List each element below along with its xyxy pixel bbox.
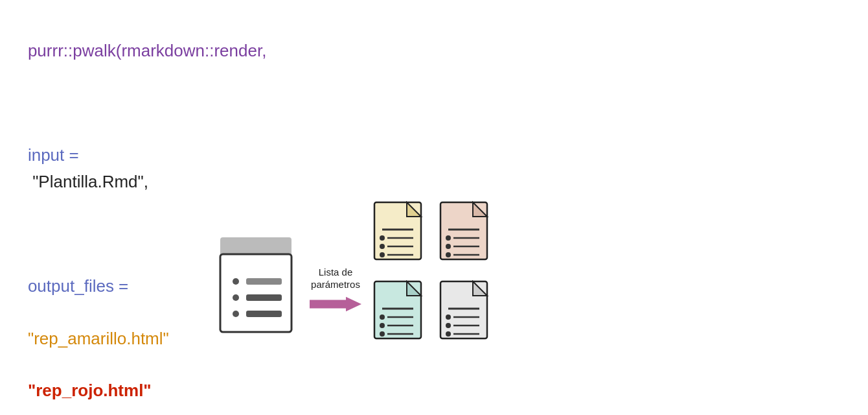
code-block: purrr::pwalk(rmarkdown::render, input = …: [9, 12, 310, 415]
template-file-icon: [214, 231, 298, 335]
doc-amarillo: [373, 201, 431, 272]
svg-rect-1: [220, 254, 291, 332]
svg-point-14: [380, 244, 385, 249]
svg-rect-3: [246, 278, 282, 285]
output-file-1: "rep_amarillo.html": [28, 329, 169, 348]
svg-rect-5: [246, 294, 282, 301]
svg-point-21: [446, 235, 451, 241]
func-name: purrr::pwalk(rmarkdown::render,: [28, 41, 266, 60]
svg-point-43: [446, 331, 451, 337]
arrow-container: Lista de parámetros: [310, 266, 361, 313]
code-line-1: purrr::pwalk(rmarkdown::render,: [9, 12, 310, 90]
svg-point-6: [233, 311, 239, 317]
code-line-2: input = "Plantilla.Rmd",: [9, 90, 310, 220]
svg-point-4: [233, 294, 239, 301]
svg-point-23: [446, 244, 451, 249]
output-files-label: output_files =: [28, 276, 128, 296]
input-value: "Plantilla.Rmd",: [28, 172, 148, 191]
doc-azul: [373, 280, 431, 351]
svg-point-32: [380, 323, 385, 328]
svg-point-2: [233, 278, 239, 285]
svg-point-39: [446, 314, 451, 320]
doc-rojo: [439, 201, 497, 272]
input-label: input =: [28, 145, 79, 165]
svg-point-34: [380, 331, 385, 337]
svg-marker-8: [310, 296, 361, 311]
doc-verde: [439, 280, 497, 351]
svg-point-30: [380, 314, 385, 320]
svg-point-25: [446, 252, 451, 257]
output-file-2: "rep_rojo.html": [28, 381, 152, 400]
svg-point-12: [380, 235, 385, 241]
output-docs-grid: [373, 201, 497, 351]
diagram-section: Lista de parámetros: [214, 214, 497, 351]
arrow-label: Lista de parámetros: [311, 266, 360, 291]
svg-rect-7: [246, 311, 282, 317]
svg-point-41: [446, 323, 451, 328]
svg-point-16: [380, 252, 385, 257]
